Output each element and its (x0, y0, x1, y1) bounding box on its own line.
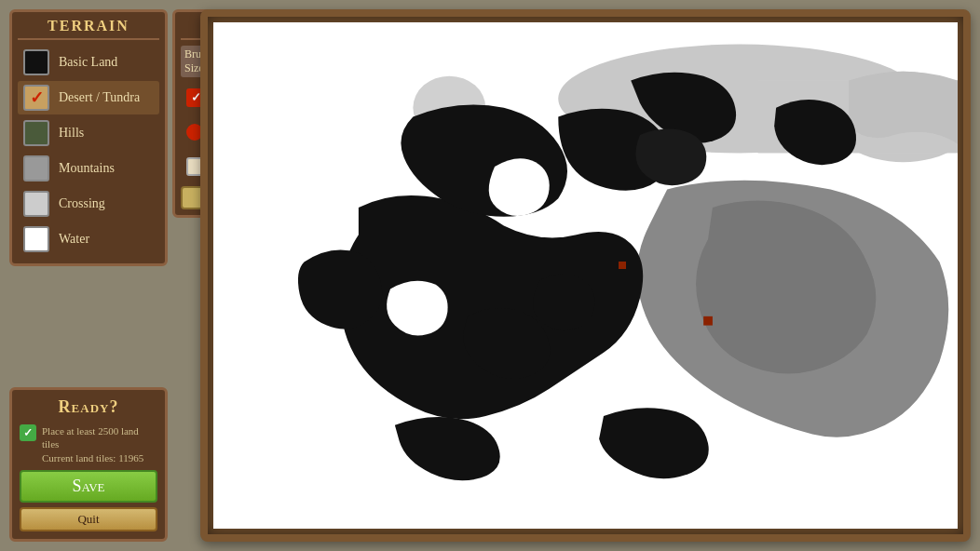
selected-checkmark: ✓ (30, 87, 44, 108)
terrain-swatch-basic-land (23, 49, 49, 75)
terrain-swatch-water (23, 226, 49, 252)
map-canvas-area[interactable] (213, 22, 958, 529)
ready-info: Place at least 2500 land tiles Current l… (20, 424, 157, 464)
terrain-item-desert[interactable]: ✓ Desert / Tundra (18, 81, 159, 114)
map-svg[interactable] (213, 22, 958, 529)
terrain-swatch-crossing (23, 191, 49, 217)
terrain-label-water: Water (59, 232, 89, 247)
terrain-swatch-mountains (23, 155, 49, 181)
terrain-label-mountains: Mountains (59, 161, 115, 176)
terrain-panel: Terrain Basic Land ✓ Desert / Tundra Hil… (9, 9, 168, 266)
requirement-check-icon (20, 424, 36, 441)
terrain-label-hills: Hills (59, 126, 84, 141)
ready-panel: Ready? Place at least 2500 land tiles Cu… (9, 387, 168, 542)
terrain-label-desert: Desert / Tundra (59, 90, 140, 105)
terrain-item-hills[interactable]: Hills (18, 116, 159, 150)
ready-title: Ready? (20, 397, 157, 417)
requirement-text: Place at least 2500 land tiles (42, 424, 157, 451)
terrain-item-crossing[interactable]: Crossing (18, 187, 159, 221)
svg-rect-5 (703, 316, 713, 326)
map-frame (200, 9, 971, 542)
terrain-label-crossing: Crossing (59, 196, 105, 211)
terrain-item-mountains[interactable]: Mountains (18, 152, 159, 185)
terrain-title: Terrain (18, 18, 159, 40)
current-tiles-text: Current land tiles: 11965 (42, 451, 157, 464)
terrain-item-water[interactable]: Water (18, 222, 159, 256)
save-button[interactable]: Save (20, 470, 157, 503)
brush-cursor (619, 262, 626, 269)
quit-button[interactable]: Quit (20, 507, 157, 531)
terrain-swatch-hills (23, 120, 49, 146)
terrain-swatch-desert: ✓ (23, 85, 49, 111)
terrain-label-basic-land: Basic Land (59, 55, 117, 70)
terrain-item-basic-land[interactable]: Basic Land (18, 46, 159, 79)
